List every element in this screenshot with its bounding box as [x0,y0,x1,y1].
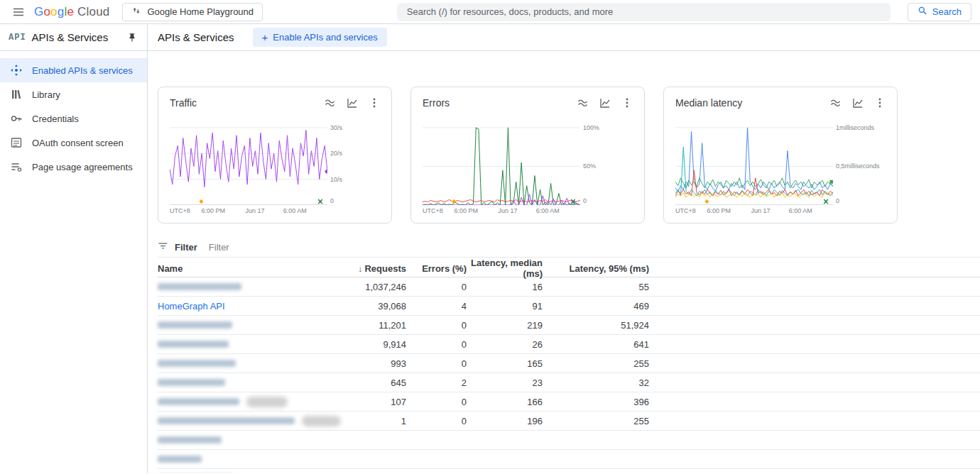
table-row [158,431,980,450]
redacted-api-name[interactable] [158,321,232,329]
column-header-requests[interactable]: ↓Requests [341,263,410,274]
search-button-label: Search [932,6,962,17]
hamburger-menu-icon[interactable] [10,4,27,21]
page-title: APIs & Services [158,31,234,43]
line-chart-icon[interactable] [852,97,864,109]
chart-cards: Traffic30/s20/s10/s0UTC+86:00 PMJun 176:… [158,87,980,224]
redacted-api-name[interactable] [158,379,225,386]
sidebar-item-page-usage-agreements[interactable]: Page usage agreements [0,155,147,179]
x-axis-label: UTC+8 [423,207,443,214]
enable-apis-button[interactable]: + Enable APIs and services [253,28,387,47]
more-options-icon[interactable] [369,97,380,109]
filter-label: Filter [175,242,197,253]
column-header-latency-95-ms-[interactable]: Latency, 95% (ms) [547,263,653,274]
table-row: 9,914026641 [158,335,980,354]
top-bar: Google Cloud Google Home Playground Sear… [0,0,980,24]
line-chart-icon[interactable] [347,97,358,109]
main-content: Traffic30/s20/s10/s0UTC+86:00 PMJun 176:… [148,51,980,473]
latency-median-cell: 196 [471,416,547,426]
requests-cell: 9,914 [341,339,410,350]
project-selector[interactable]: Google Home Playground [122,3,263,21]
area-toggle-icon[interactable] [577,97,589,109]
column-header-label: Requests [364,263,406,274]
latency-median-cell: 166 [471,397,547,407]
requests-cell: 645 [341,377,410,388]
agreements-icon [10,160,23,173]
google-logo-google: Google [34,5,74,19]
y-axis-label: 30/s [330,124,342,131]
search-icon [918,6,927,18]
requests-cell: 993 [341,358,410,369]
latency-median-cell: 219 [471,320,547,331]
latency-95-cell: 32 [547,377,653,388]
apis-table: Name↓RequestsErrors (%)Latency, median (… [158,258,980,473]
column-header-name[interactable]: Name [158,263,341,274]
header-band: API APIs & Services APIs & Services + En… [0,24,980,51]
x-axis-label: 6:00 AM [283,207,307,214]
redacted-api-name[interactable] [158,341,229,348]
redacted-api-name[interactable] [158,417,295,424]
more-options-icon[interactable] [874,97,886,109]
api-name-cell [158,456,341,463]
errors-cell: 0 [410,282,471,292]
line-chart-icon[interactable] [599,97,611,109]
y-axis-label: 50% [583,162,596,170]
other-errors-series [423,194,580,205]
table-header-row: Name↓RequestsErrors (%)Latency, median (… [158,258,980,277]
library-icon [10,88,23,101]
search-button[interactable]: Search [908,3,971,21]
sidebar-item-enabled-apis-services[interactable]: Enabled APIs & services [0,58,147,82]
errors-title: Errors [423,97,577,109]
key-icon [10,112,23,125]
errors-cell: 0 [410,397,471,407]
redacted-api-name[interactable] [158,360,236,367]
errors-cell: 0 [410,339,471,350]
x-marker [318,199,322,204]
sort-desc-icon: ↓ [358,263,363,274]
area-toggle-icon[interactable] [830,97,842,109]
errors-cell: 2 [410,377,471,388]
google-logo-cloud: Cloud [77,5,109,19]
column-header-label: Errors (%) [422,263,467,274]
search-input[interactable] [397,3,891,21]
redacted-api-name[interactable] [158,283,241,290]
sidebar-item-oauth-consent-screen[interactable]: OAuth consent screen [0,131,147,155]
column-header-label: Name [158,263,183,274]
filter-bar[interactable]: Filter Filter [158,238,980,258]
y-axis-label: 0,5milliseconds [836,162,880,170]
redacted-api-name[interactable] [158,398,239,405]
project-icon [131,6,141,18]
x-axis-label: Jun 17 [499,207,518,214]
redacted-api-name[interactable] [158,456,202,463]
area-toggle-icon[interactable] [325,97,336,109]
sidebar-item-credentials[interactable]: Credentials [0,106,147,131]
table-row: 9930165255 [158,354,980,373]
more-options-icon[interactable] [621,97,633,109]
median-latency-title: Median latency [675,97,830,109]
latency-95-cell: 396 [547,397,653,407]
requests-cell: 11,201 [341,320,410,331]
google-cloud-logo[interactable]: Google Cloud [34,5,109,19]
table-row: 1070166396 [158,392,980,412]
project-selector-label: Google Home Playground [147,6,254,17]
api-name-cell [158,379,341,386]
sidebar-header: API APIs & Services [0,24,148,51]
x-axis-label: UTC+8 [170,207,190,214]
sidebar-item-library[interactable]: Library [0,82,147,106]
median-latency-plot-svg [675,120,833,205]
api-link[interactable]: HomeGraph API [158,301,225,312]
column-header-label: Latency, median (ms) [471,258,543,279]
api-name-cell: HomeGraph API [158,301,341,312]
latency-median-cell: 165 [471,358,547,369]
latency-95-cell: 469 [547,301,653,312]
column-header-errors-[interactable]: Errors (%) [410,263,471,274]
table-row [158,469,980,473]
plus-icon: + [262,31,268,43]
redacted-badge [302,416,341,426]
column-header-latency-median-ms-[interactable]: Latency, median (ms) [471,258,547,279]
redacted-api-name[interactable] [158,436,222,443]
y-axis-label: 100% [583,124,599,131]
sidebar: Enabled APIs & servicesLibraryCredential… [0,51,148,473]
table-row: HomeGraph API39,068491469 [158,297,980,316]
pin-icon[interactable] [127,33,137,43]
